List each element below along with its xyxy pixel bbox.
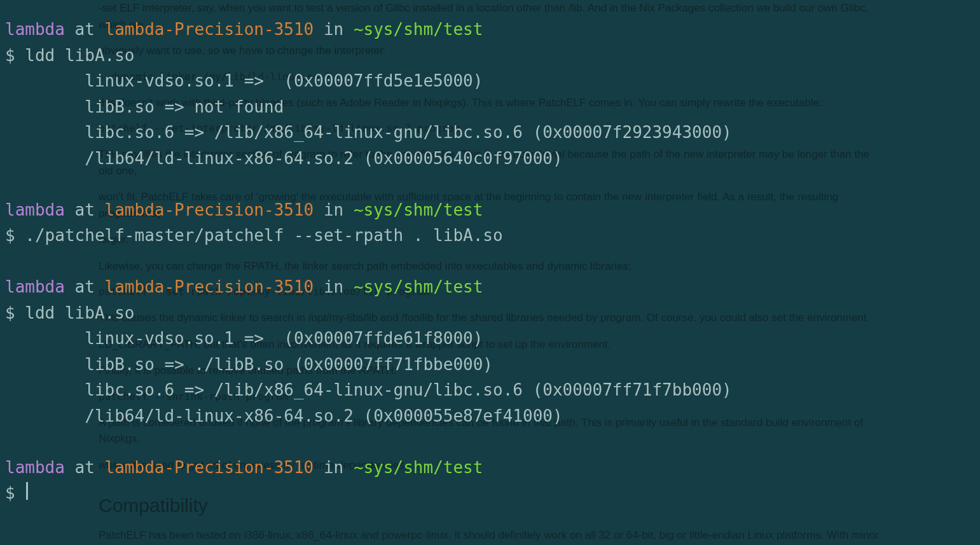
terminal-overlay[interactable]: lambda at lambda-Precision-3510 in ~sys/… (0, 0, 980, 545)
prompt-user: lambda (5, 277, 65, 296)
prompt-path: ~sys/shm/test (354, 458, 483, 477)
command-line: $ ldd libA.so (5, 43, 975, 69)
prompt-path: ~sys/shm/test (354, 200, 483, 219)
output-line: linux-vdso.so.1 => (0x00007ffd5e1e5000) (5, 68, 975, 94)
command-line: $ ldd libA.so (5, 300, 975, 326)
prompt-user: lambda (5, 458, 65, 477)
prompt-host: lambda-Precision-3510 (105, 200, 314, 219)
prompt-host: lambda-Precision-3510 (105, 20, 314, 39)
prompt-user: lambda (5, 200, 65, 219)
prompt-in: in (314, 200, 354, 219)
prompt-path: ~sys/shm/test (354, 277, 483, 296)
blank-line (5, 171, 975, 197)
prompt-at: at (65, 458, 105, 477)
output-line: libB.so => ./libB.so (0x00007ff71fbbe000… (5, 352, 975, 378)
output-line: libB.so => not found (5, 94, 975, 120)
prompt-at: at (65, 277, 105, 296)
prompt-host: lambda-Precision-3510 (105, 458, 314, 477)
output-line: linux-vdso.so.1 => (0x00007ffde61f8000) (5, 326, 975, 352)
blank-line (5, 429, 975, 455)
prompt-path: ~sys/shm/test (354, 20, 483, 39)
prompt-in: in (314, 458, 354, 477)
command-line: $ ./patchelf-master/patchelf --set-rpath… (5, 223, 975, 249)
terminal-cursor (26, 482, 28, 500)
prompt-line: lambda at lambda-Precision-3510 in ~sys/… (5, 197, 975, 223)
prompt-line: lambda at lambda-Precision-3510 in ~sys/… (5, 17, 975, 43)
prompt-at: at (65, 200, 105, 219)
prompt-in: in (314, 277, 354, 296)
prompt-in: in (314, 20, 354, 39)
output-line: libc.so.6 => /lib/x86_64-linux-gnu/libc.… (5, 120, 975, 146)
command-input-line[interactable]: $ (5, 480, 975, 506)
prompt-line: lambda at lambda-Precision-3510 in ~sys/… (5, 455, 975, 481)
output-line: /lib64/ld-linux-x86-64.so.2 (0x00005640c… (5, 146, 975, 172)
output-line: libc.so.6 => /lib/x86_64-linux-gnu/libc.… (5, 377, 975, 403)
prompt-at: at (65, 20, 105, 39)
prompt-user: lambda (5, 20, 65, 39)
prompt-host: lambda-Precision-3510 (105, 277, 314, 296)
prompt-line: lambda at lambda-Precision-3510 in ~sys/… (5, 274, 975, 300)
blank-line (5, 249, 975, 275)
output-line: /lib64/ld-linux-x86-64.so.2 (0x000055e87… (5, 403, 975, 429)
